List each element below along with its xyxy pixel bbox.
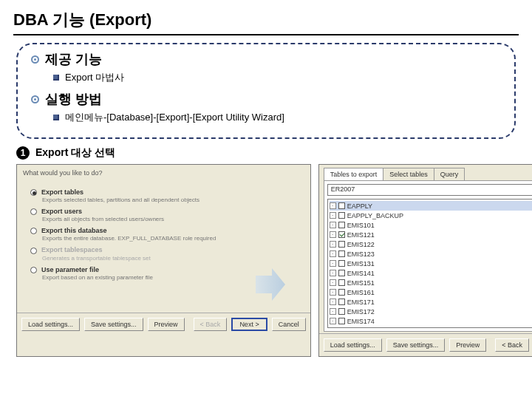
option-label: Export tables — [41, 188, 83, 196]
table-name: EMIS131 — [347, 260, 375, 267]
checkbox-icon[interactable] — [338, 250, 345, 257]
table-name: EMIS141 — [347, 270, 375, 277]
step-title: Export 대상 선택 — [35, 146, 115, 160]
radio-icon — [30, 208, 37, 215]
checkbox-icon[interactable] — [338, 289, 345, 296]
page-title: DBA 기능 (Export) — [13, 9, 519, 35]
checkbox-icon[interactable] — [338, 231, 345, 238]
option-description: Generates a transportable tablespace set — [42, 255, 306, 262]
preview-button[interactable]: Preview — [148, 318, 185, 331]
option-description: Exports selected tables, partitions and … — [42, 197, 306, 203]
table-name: EMIS174 — [347, 318, 375, 325]
checkbox-icon[interactable] — [338, 241, 345, 248]
checkbox-icon[interactable] — [338, 212, 345, 219]
tree-expand-icon: · — [330, 241, 336, 248]
checkbox-icon[interactable] — [338, 202, 345, 209]
option-label: Use parameter file — [41, 266, 99, 273]
checkbox-icon[interactable] — [338, 308, 345, 315]
save-settings-button[interactable]: Save settings... — [386, 338, 446, 352]
callout-sub-1: Export 마법사 — [65, 71, 124, 84]
table-name: EMIS121 — [347, 231, 375, 239]
table-name: EMIS101 — [347, 222, 375, 229]
square-bullet-icon — [53, 75, 59, 81]
option-label: Export this database — [41, 227, 107, 234]
list-item[interactable]: ·EAPPLY — [330, 201, 532, 211]
list-item[interactable]: ·EMIS171 — [330, 297, 532, 307]
tree-expand-icon: · — [330, 308, 336, 315]
cancel-button[interactable]: Cancel — [272, 318, 306, 331]
callout-heading-2: 실행 방법 — [45, 90, 102, 108]
tree-expand-icon: · — [330, 222, 336, 228]
export-option[interactable]: Export this databaseExports the entire d… — [30, 227, 306, 242]
tab-query[interactable]: Query — [434, 168, 466, 180]
option-description: Export based on an existing parameter fi… — [42, 274, 306, 281]
callout-box: 제공 기능 Export 마법사 실행 방법 메인메뉴-[Database]-[… — [16, 43, 516, 139]
radio-icon — [30, 228, 37, 234]
checkbox-icon[interactable] — [338, 299, 345, 305]
option-label: Export tablespaces — [41, 246, 103, 253]
tree-expand-icon: · — [330, 250, 336, 257]
export-option[interactable]: Export usersExports all objects from sel… — [30, 208, 306, 222]
radio-icon — [30, 189, 37, 196]
tree-expand-icon: · — [330, 299, 336, 305]
back-button[interactable]: < Back — [495, 338, 529, 352]
option-description: Exports the entire database. EXP_FULL_DA… — [42, 235, 306, 242]
schema-combo[interactable]: ER2007 — [327, 184, 532, 196]
tab-select-tables[interactable]: Select tables — [383, 168, 434, 180]
tree-expand-icon: · — [330, 289, 336, 296]
list-item[interactable]: ·EMIS101 — [330, 220, 532, 230]
bullet-icon — [31, 95, 39, 103]
wizard-step1-window: What would you like to do? Export tables… — [16, 164, 311, 357]
list-item[interactable]: ·EMIS141 — [330, 268, 532, 278]
list-item[interactable]: ·EMIS123 — [330, 249, 532, 259]
step-number-badge: 1 — [16, 146, 30, 160]
tables-listbox[interactable]: ·EAPPLY·EAPPLY_BACKUP·EMIS101·EMIS121·EM… — [327, 199, 532, 328]
table-name: EMIS171 — [347, 299, 375, 306]
export-option[interactable]: Use parameter fileExport based on an exi… — [30, 266, 306, 281]
list-item[interactable]: ·EMIS122 — [330, 239, 532, 249]
tree-expand-icon: · — [330, 270, 336, 276]
bullet-icon — [31, 55, 39, 64]
radio-icon — [30, 248, 37, 254]
save-settings-button[interactable]: Save settings... — [84, 318, 143, 331]
list-item[interactable]: ·EMIS172 — [330, 307, 532, 316]
table-name: EAPPLY — [347, 202, 372, 210]
checkbox-icon[interactable] — [338, 260, 345, 267]
tree-expand-icon: · — [330, 279, 336, 286]
load-settings-button[interactable]: Load settings... — [324, 338, 382, 352]
checkbox-icon[interactable] — [338, 222, 345, 228]
export-option[interactable]: Export tablesExports selected tables, pa… — [30, 188, 306, 203]
checkbox-icon[interactable] — [338, 279, 345, 286]
table-name: EAPPLY_BACKUP — [347, 212, 403, 219]
wizard-step2-window: Tables to export Select tables Query ER2… — [318, 164, 532, 357]
tree-expand-icon: · — [330, 212, 336, 219]
table-name: EMIS172 — [347, 308, 375, 316]
callout-heading-1: 제공 기능 — [45, 50, 102, 68]
radio-icon — [30, 267, 37, 273]
table-name: EMIS123 — [347, 250, 375, 258]
tree-expand-icon: · — [330, 260, 336, 267]
table-name: EMIS122 — [347, 241, 375, 248]
export-option: Export tablespacesGenerates a transporta… — [30, 246, 306, 261]
list-item[interactable]: ·EMIS131 — [330, 259, 532, 268]
next-button[interactable]: Next > — [231, 318, 267, 331]
preview-button[interactable]: Preview — [449, 338, 486, 352]
square-bullet-icon — [53, 115, 59, 120]
load-settings-button[interactable]: Load settings... — [21, 318, 80, 331]
list-item[interactable]: ·EMIS151 — [330, 278, 532, 287]
checkbox-icon[interactable] — [338, 270, 345, 276]
option-label: Export users — [41, 208, 82, 215]
checkbox-icon[interactable] — [338, 318, 345, 324]
tree-expand-icon: · — [330, 318, 336, 324]
list-item[interactable]: ·EAPPLY_BACKUP — [330, 211, 532, 220]
tab-tables-to-export[interactable]: Tables to export — [324, 168, 384, 180]
tree-expand-icon: · — [330, 231, 336, 238]
table-name: EMIS161 — [347, 289, 375, 296]
list-item[interactable]: ·EMIS174 — [330, 316, 532, 326]
option-description: Exports all objects from selected users/… — [42, 216, 306, 222]
table-name: EMIS151 — [347, 279, 375, 287]
back-button[interactable]: < Back — [194, 318, 228, 331]
list-item[interactable]: ·EMIS161 — [330, 287, 532, 297]
list-item[interactable]: ·EMIS121 — [330, 230, 532, 239]
wizard-question: What would you like to do? — [23, 169, 306, 177]
